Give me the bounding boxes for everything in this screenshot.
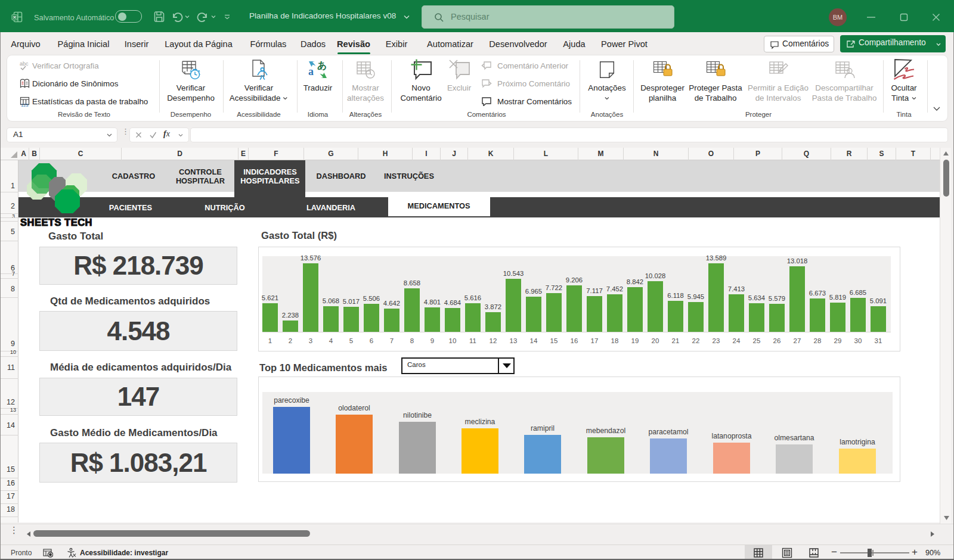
svg-text:123: 123 [21,102,29,108]
svg-text:abc: abc [20,61,29,67]
svg-text:あ: あ [317,60,327,71]
svg-text:a: a [308,66,314,77]
